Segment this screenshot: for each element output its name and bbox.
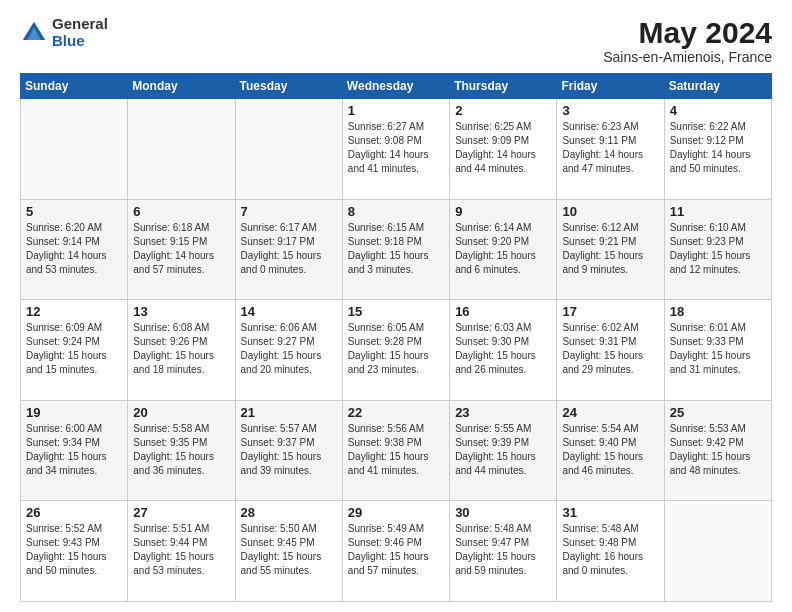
day-number: 6: [133, 204, 229, 219]
day-number: 18: [670, 304, 766, 319]
day-info: Sunrise: 6:25 AM Sunset: 9:09 PM Dayligh…: [455, 120, 551, 176]
calendar-cell-r2-c3: 15Sunrise: 6:05 AM Sunset: 9:28 PM Dayli…: [342, 300, 449, 401]
calendar-row-4: 26Sunrise: 5:52 AM Sunset: 9:43 PM Dayli…: [21, 501, 772, 602]
day-info: Sunrise: 5:58 AM Sunset: 9:35 PM Dayligh…: [133, 422, 229, 478]
day-number: 26: [26, 505, 122, 520]
day-info: Sunrise: 5:48 AM Sunset: 9:48 PM Dayligh…: [562, 522, 658, 578]
day-info: Sunrise: 6:20 AM Sunset: 9:14 PM Dayligh…: [26, 221, 122, 277]
page: General Blue May 2024 Sains-en-Amienois,…: [0, 0, 792, 612]
day-info: Sunrise: 6:17 AM Sunset: 9:17 PM Dayligh…: [241, 221, 337, 277]
calendar-cell-r4-c4: 30Sunrise: 5:48 AM Sunset: 9:47 PM Dayli…: [450, 501, 557, 602]
calendar-cell-r3-c6: 25Sunrise: 5:53 AM Sunset: 9:42 PM Dayli…: [664, 400, 771, 501]
day-number: 17: [562, 304, 658, 319]
day-number: 4: [670, 103, 766, 118]
logo-icon: [20, 19, 48, 47]
day-info: Sunrise: 6:18 AM Sunset: 9:15 PM Dayligh…: [133, 221, 229, 277]
day-number: 28: [241, 505, 337, 520]
day-info: Sunrise: 6:01 AM Sunset: 9:33 PM Dayligh…: [670, 321, 766, 377]
day-number: 2: [455, 103, 551, 118]
calendar-row-3: 19Sunrise: 6:00 AM Sunset: 9:34 PM Dayli…: [21, 400, 772, 501]
calendar-header-wednesday: Wednesday: [342, 74, 449, 99]
calendar-cell-r0-c3: 1Sunrise: 6:27 AM Sunset: 9:08 PM Daylig…: [342, 99, 449, 200]
day-number: 22: [348, 405, 444, 420]
calendar-header-thursday: Thursday: [450, 74, 557, 99]
calendar-table: SundayMondayTuesdayWednesdayThursdayFrid…: [20, 73, 772, 602]
calendar-cell-r2-c5: 17Sunrise: 6:02 AM Sunset: 9:31 PM Dayli…: [557, 300, 664, 401]
calendar-row-0: 1Sunrise: 6:27 AM Sunset: 9:08 PM Daylig…: [21, 99, 772, 200]
day-number: 23: [455, 405, 551, 420]
calendar-header-saturday: Saturday: [664, 74, 771, 99]
day-info: Sunrise: 5:53 AM Sunset: 9:42 PM Dayligh…: [670, 422, 766, 478]
day-info: Sunrise: 6:06 AM Sunset: 9:27 PM Dayligh…: [241, 321, 337, 377]
calendar-cell-r2-c1: 13Sunrise: 6:08 AM Sunset: 9:26 PM Dayli…: [128, 300, 235, 401]
day-info: Sunrise: 5:56 AM Sunset: 9:38 PM Dayligh…: [348, 422, 444, 478]
calendar-cell-r4-c5: 31Sunrise: 5:48 AM Sunset: 9:48 PM Dayli…: [557, 501, 664, 602]
title-block: May 2024 Sains-en-Amienois, France: [603, 16, 772, 65]
day-number: 29: [348, 505, 444, 520]
day-info: Sunrise: 5:50 AM Sunset: 9:45 PM Dayligh…: [241, 522, 337, 578]
day-info: Sunrise: 6:14 AM Sunset: 9:20 PM Dayligh…: [455, 221, 551, 277]
calendar-cell-r3-c3: 22Sunrise: 5:56 AM Sunset: 9:38 PM Dayli…: [342, 400, 449, 501]
day-number: 12: [26, 304, 122, 319]
calendar-cell-r4-c0: 26Sunrise: 5:52 AM Sunset: 9:43 PM Dayli…: [21, 501, 128, 602]
calendar-header-monday: Monday: [128, 74, 235, 99]
calendar-cell-r4-c1: 27Sunrise: 5:51 AM Sunset: 9:44 PM Dayli…: [128, 501, 235, 602]
day-number: 5: [26, 204, 122, 219]
day-number: 27: [133, 505, 229, 520]
day-info: Sunrise: 6:10 AM Sunset: 9:23 PM Dayligh…: [670, 221, 766, 277]
logo-blue-text: Blue: [52, 33, 108, 50]
day-number: 31: [562, 505, 658, 520]
day-number: 3: [562, 103, 658, 118]
day-info: Sunrise: 5:57 AM Sunset: 9:37 PM Dayligh…: [241, 422, 337, 478]
calendar-header-sunday: Sunday: [21, 74, 128, 99]
calendar-header-tuesday: Tuesday: [235, 74, 342, 99]
calendar-header-friday: Friday: [557, 74, 664, 99]
day-number: 1: [348, 103, 444, 118]
calendar-cell-r1-c5: 10Sunrise: 6:12 AM Sunset: 9:21 PM Dayli…: [557, 199, 664, 300]
day-info: Sunrise: 5:48 AM Sunset: 9:47 PM Dayligh…: [455, 522, 551, 578]
day-number: 19: [26, 405, 122, 420]
calendar-cell-r0-c6: 4Sunrise: 6:22 AM Sunset: 9:12 PM Daylig…: [664, 99, 771, 200]
calendar-header-row: SundayMondayTuesdayWednesdayThursdayFrid…: [21, 74, 772, 99]
calendar-cell-r1-c2: 7Sunrise: 6:17 AM Sunset: 9:17 PM Daylig…: [235, 199, 342, 300]
calendar-cell-r2-c6: 18Sunrise: 6:01 AM Sunset: 9:33 PM Dayli…: [664, 300, 771, 401]
day-info: Sunrise: 6:03 AM Sunset: 9:30 PM Dayligh…: [455, 321, 551, 377]
calendar-cell-r3-c1: 20Sunrise: 5:58 AM Sunset: 9:35 PM Dayli…: [128, 400, 235, 501]
day-info: Sunrise: 5:54 AM Sunset: 9:40 PM Dayligh…: [562, 422, 658, 478]
calendar-cell-r0-c4: 2Sunrise: 6:25 AM Sunset: 9:09 PM Daylig…: [450, 99, 557, 200]
day-info: Sunrise: 5:55 AM Sunset: 9:39 PM Dayligh…: [455, 422, 551, 478]
calendar-cell-r1-c1: 6Sunrise: 6:18 AM Sunset: 9:15 PM Daylig…: [128, 199, 235, 300]
day-number: 14: [241, 304, 337, 319]
day-info: Sunrise: 6:22 AM Sunset: 9:12 PM Dayligh…: [670, 120, 766, 176]
day-number: 9: [455, 204, 551, 219]
calendar-cell-r1-c4: 9Sunrise: 6:14 AM Sunset: 9:20 PM Daylig…: [450, 199, 557, 300]
day-info: Sunrise: 5:51 AM Sunset: 9:44 PM Dayligh…: [133, 522, 229, 578]
day-number: 21: [241, 405, 337, 420]
calendar-cell-r0-c0: [21, 99, 128, 200]
calendar-cell-r0-c1: [128, 99, 235, 200]
day-number: 25: [670, 405, 766, 420]
calendar-cell-r3-c2: 21Sunrise: 5:57 AM Sunset: 9:37 PM Dayli…: [235, 400, 342, 501]
day-info: Sunrise: 6:02 AM Sunset: 9:31 PM Dayligh…: [562, 321, 658, 377]
day-number: 30: [455, 505, 551, 520]
day-number: 8: [348, 204, 444, 219]
day-number: 16: [455, 304, 551, 319]
calendar-cell-r1-c6: 11Sunrise: 6:10 AM Sunset: 9:23 PM Dayli…: [664, 199, 771, 300]
calendar-cell-r0-c5: 3Sunrise: 6:23 AM Sunset: 9:11 PM Daylig…: [557, 99, 664, 200]
calendar-cell-r3-c0: 19Sunrise: 6:00 AM Sunset: 9:34 PM Dayli…: [21, 400, 128, 501]
day-number: 24: [562, 405, 658, 420]
day-info: Sunrise: 6:15 AM Sunset: 9:18 PM Dayligh…: [348, 221, 444, 277]
day-number: 7: [241, 204, 337, 219]
calendar-cell-r3-c4: 23Sunrise: 5:55 AM Sunset: 9:39 PM Dayli…: [450, 400, 557, 501]
day-info: Sunrise: 6:08 AM Sunset: 9:26 PM Dayligh…: [133, 321, 229, 377]
title-month: May 2024: [603, 16, 772, 49]
logo: General Blue: [20, 16, 108, 49]
day-number: 10: [562, 204, 658, 219]
calendar-cell-r1-c0: 5Sunrise: 6:20 AM Sunset: 9:14 PM Daylig…: [21, 199, 128, 300]
day-info: Sunrise: 5:52 AM Sunset: 9:43 PM Dayligh…: [26, 522, 122, 578]
day-info: Sunrise: 6:12 AM Sunset: 9:21 PM Dayligh…: [562, 221, 658, 277]
calendar-cell-r2-c0: 12Sunrise: 6:09 AM Sunset: 9:24 PM Dayli…: [21, 300, 128, 401]
calendar-cell-r1-c3: 8Sunrise: 6:15 AM Sunset: 9:18 PM Daylig…: [342, 199, 449, 300]
day-number: 20: [133, 405, 229, 420]
day-info: Sunrise: 6:00 AM Sunset: 9:34 PM Dayligh…: [26, 422, 122, 478]
